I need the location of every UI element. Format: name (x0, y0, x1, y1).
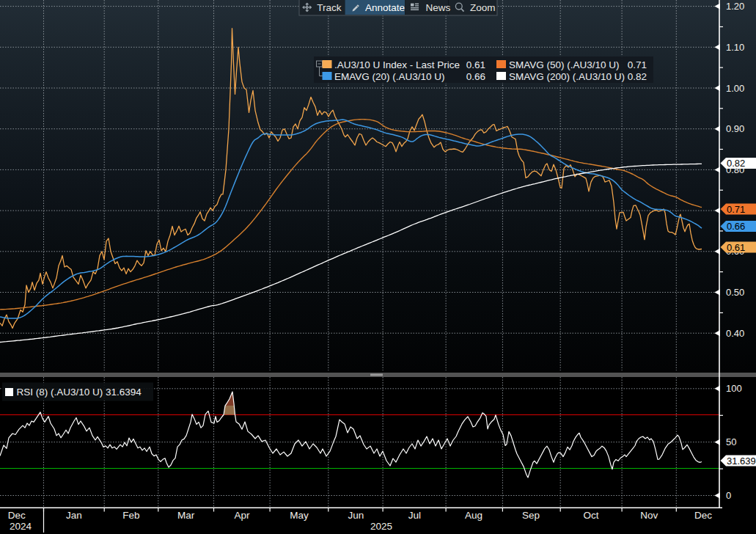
svg-text:31.6394: 31.6394 (727, 456, 756, 467)
svg-text:Apr: Apr (234, 510, 250, 521)
svg-text:0.40: 0.40 (726, 328, 744, 339)
svg-text:Aug: Aug (465, 510, 482, 521)
svg-text:.AU3/10 U Index - Last Price: .AU3/10 U Index - Last Price (334, 59, 460, 70)
svg-text:RSI (8) (.AU3/10 U) 31.6394: RSI (8) (.AU3/10 U) 31.6394 (17, 387, 142, 398)
svg-text:50: 50 (726, 436, 736, 447)
svg-text:Mar: Mar (177, 510, 195, 521)
svg-text:0.50: 0.50 (726, 287, 744, 298)
svg-text:0.82: 0.82 (628, 71, 647, 82)
svg-text:100: 100 (726, 383, 742, 394)
svg-text:1.00: 1.00 (726, 83, 744, 94)
svg-text:Jan: Jan (66, 510, 82, 521)
svg-text:May: May (290, 510, 309, 521)
svg-text:Oct: Oct (583, 510, 598, 521)
svg-text:Feb: Feb (122, 510, 139, 521)
svg-text:Jul: Jul (408, 510, 421, 521)
svg-text:0.71: 0.71 (727, 204, 745, 215)
svg-text:EMAVG (20) (.AU3/10 U): EMAVG (20) (.AU3/10 U) (334, 71, 445, 82)
svg-text:1.20: 1.20 (726, 1, 744, 12)
svg-text:0.82: 0.82 (727, 158, 745, 169)
svg-text:0.71: 0.71 (628, 59, 647, 70)
svg-text:Sep: Sep (522, 510, 540, 521)
svg-text:Jun: Jun (348, 510, 364, 521)
svg-text:Annotate: Annotate (365, 2, 405, 13)
svg-text:Nov: Nov (640, 510, 658, 521)
svg-text:1.10: 1.10 (726, 42, 744, 53)
svg-text:Dec: Dec (694, 510, 712, 521)
svg-text:Zoom: Zoom (470, 2, 496, 13)
svg-text:0.61: 0.61 (727, 242, 745, 253)
svg-text:Dec: Dec (8, 510, 26, 521)
svg-text:0.61: 0.61 (466, 59, 485, 70)
svg-text:0.66: 0.66 (727, 221, 745, 232)
svg-text:SMAVG (50) (.AU3/10 U): SMAVG (50) (.AU3/10 U) (509, 59, 620, 70)
svg-text:2024: 2024 (10, 521, 32, 532)
svg-text:0.66: 0.66 (466, 71, 485, 82)
svg-text:0: 0 (726, 490, 731, 501)
svg-text:0.90: 0.90 (726, 123, 744, 134)
svg-text:Track: Track (317, 2, 341, 13)
svg-text:SMAVG (200) (.AU3/10 U): SMAVG (200) (.AU3/10 U) (509, 71, 625, 82)
svg-text:2025: 2025 (370, 521, 392, 532)
svg-text:News: News (426, 2, 451, 13)
